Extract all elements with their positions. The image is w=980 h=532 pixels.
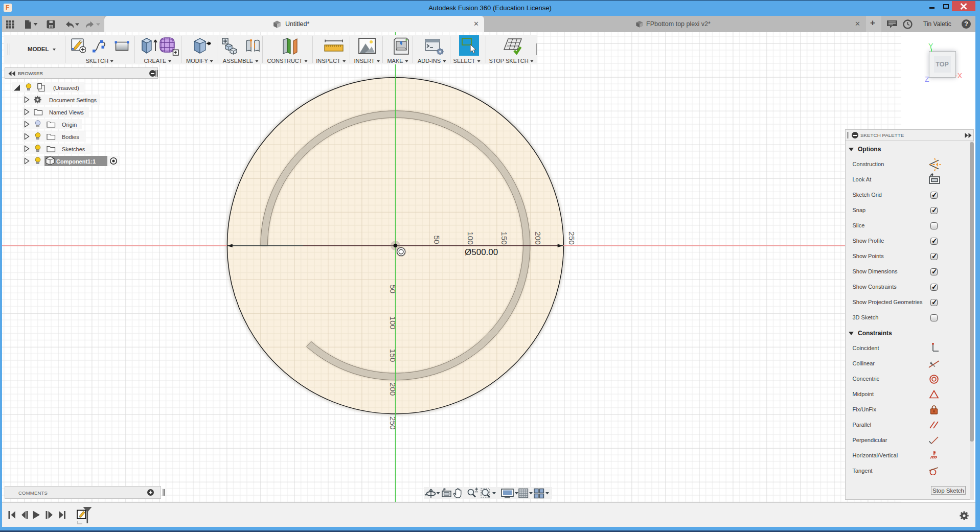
svg-text:200: 200 (534, 232, 542, 245)
svg-text:Bodies: Bodies (62, 134, 79, 140)
svg-text:150: 150 (500, 232, 509, 245)
svg-text:Sketches: Sketches (62, 146, 85, 152)
svg-text:200: 200 (389, 383, 397, 396)
svg-text:Ø500.00: Ø500.00 (465, 247, 498, 257)
svg-text:150: 150 (389, 349, 397, 362)
svg-text:50: 50 (389, 285, 397, 294)
svg-text:Document Settings: Document Settings (49, 97, 97, 103)
svg-text:50: 50 (432, 235, 441, 244)
svg-text:250: 250 (389, 417, 397, 430)
svg-text:100: 100 (389, 316, 397, 330)
svg-text:Component1:1: Component1:1 (56, 158, 96, 165)
svg-text:250: 250 (567, 232, 576, 245)
svg-text:Origin: Origin (62, 122, 77, 128)
svg-text:100: 100 (466, 232, 475, 245)
svg-text:(Unsaved): (Unsaved) (53, 85, 79, 91)
svg-text:Named Views: Named Views (49, 109, 84, 115)
